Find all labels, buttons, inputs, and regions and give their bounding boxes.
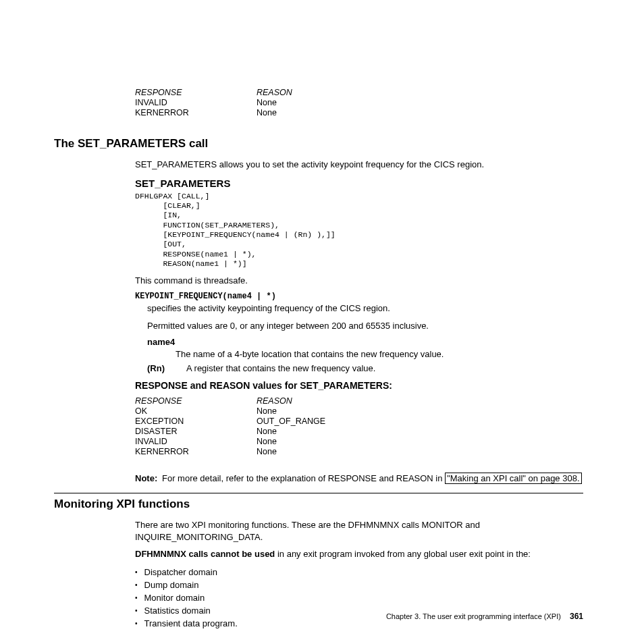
table-row: OKNone bbox=[135, 406, 325, 417]
table-row: KERNERRORNone bbox=[135, 447, 325, 457]
table-row: INVALIDNone bbox=[135, 437, 325, 447]
kp-desc: specifies the activity keypointing frequ… bbox=[147, 302, 583, 315]
response-reason-table-top: RESPONSE REASON INVALIDNone KERNERRORNon… bbox=[135, 88, 292, 118]
col-response: RESPONSE bbox=[135, 88, 257, 98]
code-block: DFHLGPAX [CALL,] [CLEAR,] [IN, FUNCTION(… bbox=[135, 192, 583, 269]
heading-monitoring-xpi: Monitoring XPI functions bbox=[54, 498, 583, 511]
list-item: Dispatcher domain bbox=[135, 566, 583, 579]
note-key: Note: bbox=[135, 473, 162, 483]
footer-page-number: 361 bbox=[570, 612, 583, 621]
response-reason-table: RESPONSE REASON OKNone EXCEPTIONOUT_OF_R… bbox=[135, 396, 325, 457]
term-keypoint-frequency: KEYPOINT_FREQUENCY(name4 | *) bbox=[135, 292, 583, 301]
kp-perm: Permitted values are 0, or any integer b… bbox=[147, 320, 583, 332]
mon-warn-bold: DFHMNMNX calls cannot be used bbox=[135, 549, 275, 559]
page-body: RESPONSE REASON INVALIDNone KERNERRORNon… bbox=[0, 0, 644, 644]
mon-intro: There are two XPI monitoring functions. … bbox=[135, 519, 583, 543]
table-row: EXCEPTIONOUT_OF_RANGE bbox=[135, 417, 325, 427]
mon-warn-rest: in any exit program invoked from any glo… bbox=[275, 549, 531, 559]
note-pre: For more detail, refer to the explanatio… bbox=[162, 473, 445, 483]
rn-val: A register that contains the new frequen… bbox=[186, 363, 375, 373]
threadsafe-text: This command is threadsafe. bbox=[135, 275, 583, 287]
rn-key: (Rn) bbox=[147, 363, 186, 373]
def-rn: (Rn) A register that contains the new fr… bbox=[147, 363, 583, 373]
page-footer: Chapter 3. The user exit programming int… bbox=[386, 612, 583, 621]
name4-val: The name of a 4-byte location that conta… bbox=[176, 349, 583, 359]
note-block: Note: For more detail, refer to the expl… bbox=[135, 473, 583, 483]
table-row: INVALIDNone bbox=[135, 98, 292, 108]
name4-key: name4 bbox=[147, 337, 186, 347]
heading-set-parameters: SET_PARAMETERS bbox=[135, 178, 583, 189]
link-making-xpi-call[interactable]: "Making an XPI call" on page 308. bbox=[445, 473, 581, 484]
footer-chapter: Chapter 3. The user exit programming int… bbox=[386, 612, 561, 620]
list-item: Dump domain bbox=[135, 579, 583, 591]
heading-set-parameters-call: The SET_PARAMETERS call bbox=[54, 137, 583, 151]
top-response-table: RESPONSE REASON INVALIDNone KERNERRORNon… bbox=[135, 88, 583, 118]
col-response: RESPONSE bbox=[135, 396, 257, 406]
note-value: For more detail, refer to the explanatio… bbox=[162, 473, 583, 483]
col-reason: REASON bbox=[257, 88, 292, 98]
def-name4: name4 bbox=[147, 337, 583, 347]
table-row: DISASTERNone bbox=[135, 427, 325, 437]
section-rule bbox=[54, 493, 583, 493]
table-row: KERNERRORNone bbox=[135, 108, 292, 118]
mon-warn: DFHMNMNX calls cannot be used in any exi… bbox=[135, 548, 583, 560]
list-item: Monitor domain bbox=[135, 591, 583, 604]
intro-text: SET_PARAMETERS allows you to set the act… bbox=[135, 159, 583, 171]
col-reason: REASON bbox=[257, 396, 325, 406]
heading-rr-values: RESPONSE and REASON values for SET_PARAM… bbox=[135, 380, 583, 391]
